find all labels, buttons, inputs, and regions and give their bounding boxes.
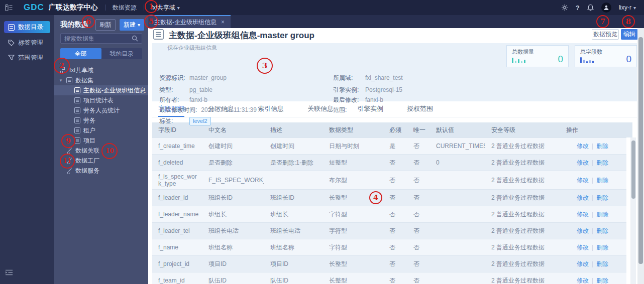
detail-tab-relations[interactable]: 关联信息 — [307, 101, 334, 117]
dataset-subtitle: 保存企业级班组信息 — [167, 44, 217, 52]
cell: f_create_time — [152, 140, 202, 152]
cell: 长整型 — [323, 276, 383, 284]
table-row: f_is_spec_work_typeF_IS_SPEC_WORK_TYPE布尔… — [152, 171, 626, 189]
app-title: 广联达数字中心 — [49, 3, 98, 12]
cell: f_deleted — [152, 157, 202, 168]
new-button-label: 新建 — [124, 21, 136, 29]
delete-link[interactable]: 删除 — [596, 277, 608, 284]
new-button[interactable]: 新建▾ — [120, 19, 144, 31]
delete-link[interactable]: 删除 — [596, 244, 608, 251]
document-tab[interactable]: 主数据-企业级班组信息 × — [148, 15, 231, 28]
annotation-11: 11 — [60, 154, 75, 169]
header-cell: 必须 — [383, 126, 407, 134]
cell: f_is_spec_work_type — [152, 171, 202, 189]
cell: 否 — [383, 194, 407, 202]
edit-link[interactable]: 修改 — [577, 177, 589, 184]
cell: 布尔型 — [323, 176, 383, 185]
table-icon — [74, 97, 80, 103]
meta-row: 范围: — [333, 106, 365, 114]
help-icon[interactable]: ? — [576, 4, 580, 12]
table-scrollbar-thumb[interactable] — [631, 140, 635, 199]
tree-item-label: 劳务人员统计 — [83, 106, 120, 115]
sidebar-item-scope-management[interactable]: 范围管理 — [4, 52, 50, 63]
page-scrollbar-thumb[interactable] — [638, 37, 643, 264]
cell: f_team_id — [152, 275, 202, 284]
table-row: f_leader_name班组长班组长字符型否否2 普通业务过程数据修改|删除 — [152, 206, 626, 222]
search-input[interactable] — [64, 35, 132, 42]
delete-link[interactable]: 删除 — [596, 177, 608, 184]
search-icon[interactable] — [132, 35, 138, 42]
topbar-right: ? lixy-r▾ — [561, 3, 644, 13]
tree-item-label: 数据服务 — [75, 167, 99, 175]
delete-link[interactable]: 删除 — [596, 194, 608, 201]
meta-label: 类型: — [159, 86, 185, 94]
chevron-down-icon: ▾ — [633, 5, 636, 11]
tree-item-label: 主数据-企业级班组信息 — [83, 86, 146, 95]
tab-all[interactable]: 全部 — [60, 48, 101, 59]
edit-link[interactable]: 修改 — [577, 244, 589, 251]
left-sidebar: 数据目录标签管理范围管理 — [0, 15, 54, 284]
data-preview-button[interactable]: 数据预览 — [592, 29, 619, 40]
tree-item-dataset-labor[interactable]: 劳务 — [54, 115, 148, 125]
edit-link[interactable]: 修改 — [577, 277, 589, 284]
tree-item-dataset-folder[interactable]: ▾数据集 — [54, 75, 148, 85]
edit-link[interactable]: 修改 — [577, 227, 589, 234]
avatar[interactable] — [601, 3, 611, 13]
header-cell: 数据类型 — [323, 126, 383, 134]
detail-tab-indexes[interactable]: 索引信息 — [258, 101, 284, 117]
table-row: f_name班组名称班组名称字符型否否2 普通业务过程数据修改|删除 — [152, 239, 626, 255]
edit-button[interactable]: 编辑 — [621, 29, 638, 40]
user-menu[interactable]: lixy-r▾ — [619, 4, 636, 11]
cell: 2 普通业务过程数据 — [485, 260, 560, 268]
sidebar-item-data-catalog[interactable]: 数据目录 — [4, 21, 50, 33]
cell: F_IS_SPEC_WORK_TYPE — [202, 177, 264, 184]
tree-item-dataset-master-group[interactable]: 主数据-企业级班组信息 — [54, 85, 148, 95]
mini-bar-chart-icon — [580, 57, 594, 63]
page-scrollbar[interactable] — [637, 28, 644, 284]
tab-my-catalog[interactable]: 我的目录 — [101, 48, 143, 59]
cell: 否 — [383, 276, 407, 284]
cell: 0 — [430, 159, 485, 166]
edit-link[interactable]: 修改 — [577, 194, 589, 201]
cell: 是 — [383, 142, 407, 151]
stat-cards: 总数据量0总字段数0 — [506, 45, 637, 67]
tree-item-dataset-project-stats[interactable]: 项目统计表 — [54, 95, 148, 105]
refresh-button[interactable]: 刷新 — [95, 19, 116, 31]
annotation-10: 10 — [101, 143, 118, 159]
delete-link[interactable]: 删除 — [596, 211, 608, 218]
table-row: f_leader_id班组长ID班组长ID长整型否否2 普通业务过程数据修改|删… — [152, 189, 626, 206]
edit-link[interactable]: 修改 — [577, 211, 589, 218]
meta-row: 类型:pg_table — [159, 86, 212, 94]
collapse-sidebar-icon[interactable] — [5, 269, 13, 278]
edit-link[interactable]: 修改 — [577, 260, 589, 267]
cell: 班组长电话 — [264, 227, 323, 235]
delete-link[interactable]: 删除 — [596, 159, 608, 166]
sidebar-item-tag-management[interactable]: 标签管理 — [4, 37, 50, 48]
table-body: f_create_time创建时间创建时间日期与时刻是否CURRENT_TIME… — [152, 137, 632, 284]
edit-link[interactable]: 修改 — [577, 143, 589, 150]
tree-item-dataset-labor-stats[interactable]: 劳务人员统计 — [54, 105, 148, 115]
nav-data-resource[interactable]: 数据资源 — [113, 4, 137, 12]
gdc-logo: GDC — [24, 3, 44, 13]
cell: 长整型 — [323, 260, 383, 268]
document-tab-label: 主数据-企业级班组信息 — [154, 18, 217, 27]
annotation-3: 3 — [257, 58, 273, 74]
cell: 2 普通业务过程数据 — [485, 142, 560, 151]
close-icon[interactable]: × — [221, 19, 225, 26]
delete-link[interactable]: 删除 — [596, 260, 608, 267]
meta-label: 范围: — [333, 106, 361, 114]
cell: 是否删除 — [202, 159, 264, 167]
delete-link[interactable]: 删除 — [596, 227, 608, 234]
detail-tab-auth-scope[interactable]: 授权范围 — [407, 101, 433, 117]
delete-link[interactable]: 删除 — [596, 143, 608, 150]
edit-link[interactable]: 修改 — [577, 159, 589, 166]
gear-icon[interactable] — [561, 4, 568, 11]
table-scrollbar[interactable] — [630, 137, 636, 284]
caret-down-icon[interactable]: ▾ — [58, 78, 63, 83]
bell-icon[interactable] — [587, 4, 594, 11]
app-launcher-icon[interactable] — [5, 5, 13, 11]
cell: 否 — [407, 194, 430, 202]
cell: 班组名称 — [202, 243, 264, 252]
divider: | — [592, 143, 593, 150]
username-label: lixy-r — [619, 4, 631, 11]
